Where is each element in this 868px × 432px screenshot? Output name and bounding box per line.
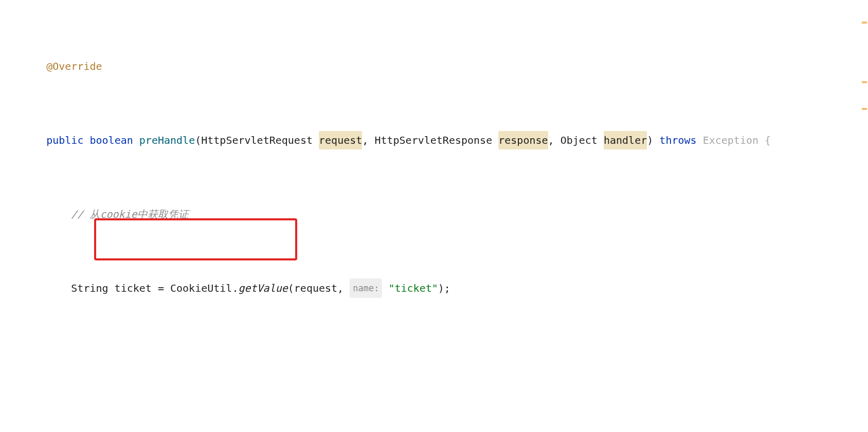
param-response: response bbox=[498, 131, 548, 149]
keyword-if: if bbox=[71, 427, 83, 432]
keyword-boolean: boolean bbox=[89, 131, 133, 149]
keyword-throws: throws bbox=[659, 131, 696, 149]
method-name: preHandle bbox=[139, 131, 195, 149]
code-editor[interactable]: @Override public boolean preHandle(HttpS… bbox=[0, 0, 868, 432]
editor-marker-bar[interactable] bbox=[861, 0, 868, 432]
code-line: if (ticket != null) { bbox=[22, 427, 868, 432]
warning-marker[interactable] bbox=[862, 81, 867, 83]
code-content: @Override public boolean preHandle(HttpS… bbox=[22, 0, 868, 432]
param-handler: handler bbox=[604, 131, 647, 149]
code-line-empty bbox=[22, 353, 868, 371]
comment: // 从cookie中获取凭证 bbox=[71, 205, 188, 223]
param-request: request bbox=[319, 131, 362, 149]
parameter-hint: name: bbox=[350, 278, 382, 298]
keyword-public: public bbox=[46, 131, 83, 149]
code-line: @Override bbox=[22, 57, 868, 76]
code-line: public boolean preHandle(HttpServletRequ… bbox=[22, 131, 868, 149]
code-line: // 从cookie中获取凭证 bbox=[22, 205, 868, 223]
annotation: @Override bbox=[46, 57, 102, 76]
static-method: getValue bbox=[238, 279, 287, 297]
string-literal: "ticket" bbox=[388, 279, 438, 297]
warning-marker[interactable] bbox=[862, 108, 867, 110]
code-line: String ticket = CookieUtil.getValue(requ… bbox=[22, 279, 868, 297]
keyword-null: null bbox=[158, 427, 183, 432]
warning-marker[interactable] bbox=[862, 22, 867, 24]
